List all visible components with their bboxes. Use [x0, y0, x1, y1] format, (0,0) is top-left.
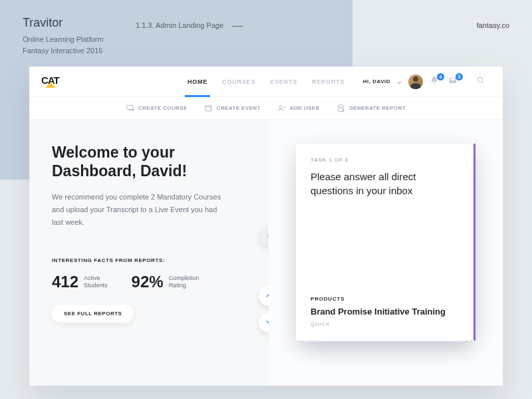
- svg-point-0: [477, 77, 482, 82]
- page-credit: fantasy.co: [477, 21, 509, 29]
- welcome-pane: Welcome to your Dashboard, David! We rec…: [29, 120, 269, 386]
- notifications-badge: 4: [437, 73, 444, 80]
- stat-active-students: 412 Active Students: [52, 273, 108, 291]
- report-icon: [337, 104, 345, 112]
- quick-label: CREATE COURSE: [138, 105, 188, 111]
- inbox-badge: 3: [456, 73, 463, 80]
- breadcrumb: 1.1.3. Admin Landing Page: [136, 21, 243, 29]
- notifications-button[interactable]: 4: [430, 76, 442, 88]
- nav-home[interactable]: HOME: [188, 66, 207, 96]
- logo-text: CAT: [41, 74, 59, 86]
- avatar[interactable]: [408, 74, 423, 89]
- task-card-1[interactable]: TASK 1 OF 3 Please answer all direct que…: [296, 144, 475, 340]
- stat-label: Active Students: [84, 275, 108, 290]
- stats-row: 412 Active Students 92% Completion Ratin…: [52, 273, 246, 291]
- task-card-stack: TASK 1 OF 3 Please answer all direct que…: [296, 144, 475, 343]
- task-counter: TASK 1 OF 3: [311, 157, 459, 163]
- svg-point-7: [279, 105, 283, 108]
- page-subtitle-line1: Online Learning Platform: [23, 35, 104, 43]
- welcome-title-line1: Welcome to your: [52, 144, 175, 161]
- stat-completion-rating: 92% Completion Rating: [132, 273, 200, 291]
- quick-actions-bar: CREATE COURSE CREATE EVENT ADD USER GENE…: [29, 97, 503, 120]
- inbox-button[interactable]: 3: [448, 76, 460, 88]
- chevron-down-icon[interactable]: [397, 80, 402, 83]
- welcome-title-line2: Dashboard, David!: [52, 162, 187, 180]
- see-reports-button[interactable]: SEE FULL REPORTS: [52, 305, 134, 323]
- main-nav: HOME COURSES EVENTS REPORTS: [188, 66, 344, 96]
- quick-generate-report[interactable]: GENERATE REPORT: [337, 104, 406, 112]
- svg-rect-3: [129, 110, 131, 110]
- stat-value: 412: [52, 273, 78, 291]
- svg-point-4: [132, 108, 134, 110]
- breadcrumb-label: 1.1.3. Admin Landing Page: [136, 21, 223, 29]
- quick-label: GENERATE REPORT: [349, 105, 406, 111]
- task-bottom-section: PRODUCTS Brand Promise Initiative Traini…: [311, 296, 459, 327]
- user-plus-icon: [278, 104, 286, 112]
- svg-point-11: [342, 109, 344, 111]
- stat-label: Completion Rating: [169, 275, 200, 290]
- app-body: Welcome to your Dashboard, David! We rec…: [29, 120, 503, 386]
- svg-rect-12: [267, 233, 268, 238]
- quick-add-user[interactable]: ADD USER: [278, 104, 320, 112]
- page-meta-header: Travitor Online Learning Platform Fantas…: [23, 16, 509, 56]
- page-brand: Travitor: [23, 16, 509, 30]
- welcome-description: We recommend you complete 2 Mandatory Co…: [52, 191, 225, 228]
- quick-create-event[interactable]: CREATE EVENT: [205, 104, 261, 112]
- monitor-icon: [126, 104, 134, 112]
- user-greeting: HI, DAVID: [363, 78, 390, 84]
- task-section-label: PRODUCTS: [311, 296, 459, 302]
- task-item-subtitle: QUICK: [311, 321, 459, 327]
- svg-rect-2: [127, 105, 133, 109]
- page-subtitle: Online Learning Platform Fantasy Interac…: [23, 34, 509, 56]
- task-item-title: Brand Promise Initiative Training: [311, 306, 459, 318]
- page-subtitle-line2: Fantasy Interactive 2016: [23, 47, 102, 55]
- svg-rect-5: [205, 105, 211, 110]
- nav-courses[interactable]: COURSES: [222, 66, 255, 96]
- app-window: CAT HOME COURSES EVENTS REPORTS HI, DAVI…: [29, 66, 503, 386]
- calendar-icon: [205, 104, 213, 112]
- tasks-pane: TASK 1 OF 3 Please answer all direct que…: [269, 120, 503, 386]
- topbar: CAT HOME COURSES EVENTS REPORTS HI, DAVI…: [29, 66, 503, 97]
- nav-reports[interactable]: REPORTS: [312, 66, 344, 96]
- quick-label: ADD USER: [290, 105, 320, 111]
- quick-label: CREATE EVENT: [217, 105, 261, 111]
- welcome-title: Welcome to your Dashboard, David!: [52, 144, 246, 180]
- svg-line-1: [482, 81, 484, 83]
- stat-value: 92%: [132, 273, 164, 291]
- nav-events[interactable]: EVENTS: [270, 66, 297, 96]
- breadcrumb-dash: [232, 26, 243, 27]
- facts-label: INTERESTING FACTS FROM REPORTS:: [52, 257, 246, 263]
- search-icon: [476, 76, 485, 88]
- search-button[interactable]: [471, 72, 491, 92]
- logo[interactable]: CAT: [41, 74, 65, 89]
- topbar-right: HI, DAVID 4 3: [363, 72, 491, 92]
- quick-create-course[interactable]: CREATE COURSE: [126, 104, 188, 112]
- task-title: Please answer all direct questions in yo…: [311, 170, 459, 198]
